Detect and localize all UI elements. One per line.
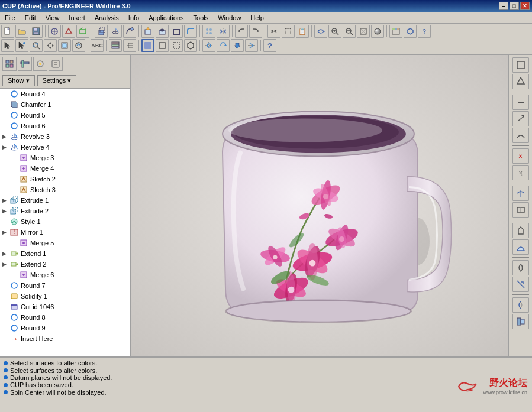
- tree-item[interactable]: Round 7: [0, 280, 130, 291]
- rt-btn-12[interactable]: [512, 260, 529, 275]
- menu-help[interactable]: Help: [248, 14, 266, 22]
- tree-item[interactable]: Cut id 1046: [0, 301, 130, 312]
- tb-select-filter[interactable]: [15, 39, 28, 52]
- tb-open[interactable]: [15, 25, 28, 38]
- rt-btn-14[interactable]: [512, 297, 529, 313]
- tb-layer[interactable]: [109, 39, 122, 52]
- tb-zoom-window[interactable]: [30, 39, 43, 52]
- tb-model-tree[interactable]: [123, 39, 136, 52]
- tree-icon-btn3[interactable]: [33, 57, 47, 71]
- rt-btn-8[interactable]: [512, 186, 529, 201]
- tb-help2[interactable]: ?: [263, 39, 276, 52]
- menu-window[interactable]: Window: [215, 14, 243, 22]
- tb-shading[interactable]: [371, 25, 384, 38]
- tb-spin2[interactable]: [217, 39, 230, 52]
- tree-list[interactable]: Round 4Chamfer 1Round 5Round 6▶Revolve 3…: [0, 89, 130, 356]
- tree-item[interactable]: Merge 3: [0, 153, 130, 163]
- tb-refit[interactable]: [72, 39, 85, 52]
- tb-orient[interactable]: [404, 25, 417, 38]
- menu-tools[interactable]: Tools: [191, 14, 211, 22]
- rt-btn-9[interactable]: [512, 202, 529, 218]
- tree-item[interactable]: Merge 4: [0, 163, 130, 174]
- rt-btn-13[interactable]: [512, 277, 529, 292]
- tb-datum[interactable]: [62, 25, 75, 38]
- tb-copy[interactable]: ⿰: [282, 25, 295, 38]
- tree-icon-btn1[interactable]: [2, 57, 17, 71]
- tb-hidden-line[interactable]: [156, 39, 169, 52]
- rt-btn-10[interactable]: [512, 223, 529, 238]
- menu-file[interactable]: File: [2, 14, 18, 22]
- menu-insert[interactable]: Insert: [66, 14, 88, 22]
- rt-btn-7[interactable]: ×̣: [512, 165, 529, 180]
- tb-paste[interactable]: 📋: [296, 25, 309, 38]
- tb-revolve[interactable]: [109, 25, 122, 38]
- menu-view[interactable]: View: [43, 14, 62, 22]
- tb-cut[interactable]: [141, 25, 154, 38]
- tb-zoom-in[interactable]: [328, 25, 341, 38]
- tree-item[interactable]: Merge 5: [0, 238, 130, 248]
- tb-snap[interactable]: [202, 39, 215, 52]
- 3d-viewport[interactable]: [131, 55, 508, 356]
- tb-wireframe[interactable]: [357, 25, 370, 38]
- tree-item[interactable]: ▶Revolve 3: [0, 131, 130, 142]
- menu-analysis[interactable]: Analysis: [92, 14, 121, 22]
- tb-round[interactable]: [184, 25, 197, 38]
- tree-item[interactable]: ▶Extrude 2: [0, 206, 130, 216]
- tree-item[interactable]: Merge 6: [0, 270, 130, 280]
- tb-zoom-out[interactable]: [343, 25, 356, 38]
- tb-wireframe2[interactable]: [184, 39, 197, 52]
- tb-help[interactable]: ?: [418, 25, 431, 38]
- rt-btn-11[interactable]: [512, 239, 529, 255]
- rt-btn-3[interactable]: [512, 95, 529, 110]
- tree-item[interactable]: Chamfer 1: [0, 99, 130, 110]
- rt-btn-5[interactable]: [512, 128, 529, 143]
- tree-item[interactable]: Round 6: [0, 121, 130, 131]
- tree-icon-btn4[interactable]: [49, 57, 63, 71]
- tree-item[interactable]: Sketch 2: [0, 174, 130, 184]
- rt-btn-1[interactable]: [512, 57, 529, 73]
- tb-pan[interactable]: [44, 39, 57, 52]
- tb-view-named[interactable]: [389, 25, 402, 38]
- tb-save[interactable]: [30, 25, 43, 38]
- tb-redo[interactable]: [249, 25, 262, 38]
- tree-item[interactable]: ▶Mirror 1: [0, 227, 130, 238]
- rt-btn-4[interactable]: [512, 111, 529, 126]
- tb-extrude[interactable]: [95, 25, 108, 38]
- tb-pan2[interactable]: [231, 39, 244, 52]
- tree-item[interactable]: ▶Revolve 4: [0, 142, 130, 153]
- tree-item[interactable]: Round 9: [0, 323, 130, 333]
- maximize-button[interactable]: □: [510, 2, 519, 10]
- tree-item[interactable]: ▶Extend 1: [0, 248, 130, 259]
- menu-edit[interactable]: Edit: [22, 14, 38, 22]
- tree-item[interactable]: ▶Extrude 1: [0, 195, 130, 206]
- rt-btn-6[interactable]: ×: [512, 148, 529, 164]
- tree-item[interactable]: ▶Extend 2: [0, 259, 130, 270]
- tb-undo[interactable]: [235, 25, 248, 38]
- tb-spin[interactable]: [314, 25, 327, 38]
- tree-item[interactable]: Sketch 3: [0, 184, 130, 195]
- tb-pattern[interactable]: [202, 25, 215, 38]
- tb-flip[interactable]: [245, 39, 258, 52]
- tb-mirror[interactable]: [217, 25, 230, 38]
- tree-item[interactable]: Round 4: [0, 89, 130, 99]
- rt-btn-2[interactable]: [512, 74, 529, 89]
- tb-new[interactable]: [1, 25, 14, 38]
- tb-shaded-view[interactable]: [141, 39, 154, 52]
- tree-item[interactable]: Round 8: [0, 312, 130, 323]
- show-button[interactable]: Show ▾: [2, 75, 35, 86]
- tb-sketch[interactable]: [48, 25, 61, 38]
- menu-info[interactable]: Info: [126, 14, 141, 22]
- tb-hole[interactable]: [156, 25, 169, 38]
- tree-item[interactable]: Round 5: [0, 110, 130, 121]
- tb-sweep[interactable]: [123, 25, 136, 38]
- tb-plane[interactable]: [76, 25, 89, 38]
- tb-shell[interactable]: [170, 25, 183, 38]
- tree-item[interactable]: Solidify 1: [0, 291, 130, 301]
- tree-icon-btn2[interactable]: [18, 57, 32, 71]
- close-button[interactable]: ✕: [520, 2, 530, 10]
- tree-item[interactable]: Style 1: [0, 216, 130, 227]
- menu-applications[interactable]: Applications: [146, 14, 186, 22]
- rt-btn-15[interactable]: [512, 314, 529, 329]
- tb-cut2[interactable]: ✂: [267, 25, 280, 38]
- tb-named-view[interactable]: ABC: [91, 39, 104, 52]
